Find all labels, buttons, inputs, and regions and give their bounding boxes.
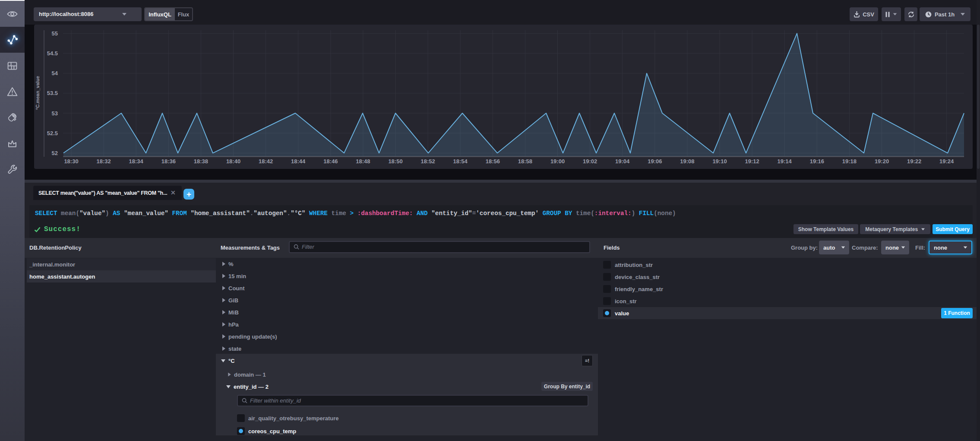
svg-text:52: 52	[52, 150, 58, 156]
svg-text:19:20: 19:20	[875, 158, 889, 165]
svg-text:19:22: 19:22	[907, 158, 921, 165]
svg-text:18:42: 18:42	[259, 158, 273, 165]
svg-text:18:48: 18:48	[356, 158, 370, 165]
svg-text:18:34: 18:34	[129, 158, 144, 165]
svg-text:19:12: 19:12	[745, 158, 759, 165]
svg-text:19:04: 19:04	[615, 158, 630, 165]
svg-text:18:50: 18:50	[388, 158, 402, 165]
svg-text:18:40: 18:40	[226, 158, 240, 165]
svg-text:19:00: 19:00	[550, 158, 565, 165]
svg-text:19:18: 19:18	[842, 158, 857, 165]
svg-text:54: 54	[52, 70, 58, 76]
svg-text:19:10: 19:10	[712, 158, 727, 165]
svg-text:19:16: 19:16	[810, 158, 824, 165]
svg-text:52.5: 52.5	[47, 130, 58, 136]
svg-text:18:54: 18:54	[453, 158, 468, 165]
svg-text:18:30: 18:30	[64, 158, 78, 165]
svg-text:18:38: 18:38	[194, 158, 208, 165]
svg-text:18:44: 18:44	[291, 158, 306, 165]
svg-text:18:36: 18:36	[161, 158, 176, 165]
svg-text:19:08: 19:08	[680, 158, 694, 165]
svg-text:53: 53	[52, 110, 58, 117]
svg-text:18:32: 18:32	[96, 158, 111, 165]
svg-text:18:52: 18:52	[420, 158, 435, 165]
svg-text:19:14: 19:14	[778, 158, 792, 165]
svg-text:19:06: 19:06	[648, 158, 662, 165]
svg-text:18:46: 18:46	[323, 158, 338, 165]
svg-text:19:02: 19:02	[583, 158, 597, 165]
svg-text:54.5: 54.5	[47, 50, 58, 57]
svg-text:18:58: 18:58	[518, 158, 532, 165]
svg-text:53.5: 53.5	[47, 90, 58, 96]
svg-text:55: 55	[52, 30, 58, 37]
svg-text:18:56: 18:56	[486, 158, 500, 165]
svg-text:°C.mean_value: °C.mean_value	[35, 76, 40, 110]
svg-text:19:24: 19:24	[939, 158, 954, 165]
